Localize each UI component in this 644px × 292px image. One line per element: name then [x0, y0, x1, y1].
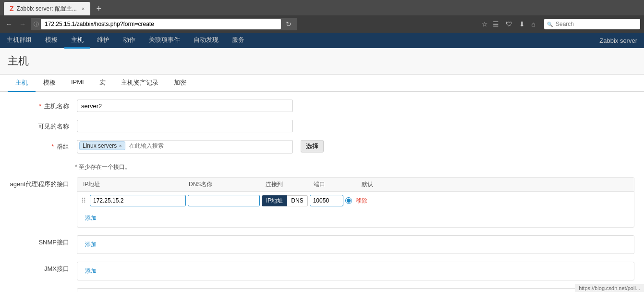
agent-interface-table: IP地址 DNS名你 连接到 端口 默认 ⠿ IP地址 DNS: [77, 177, 634, 228]
hostname-row: * 主机名称: [0, 100, 644, 112]
tab-host[interactable]: 主机: [8, 75, 36, 92]
visible-name-row: 可见的名称: [0, 120, 644, 132]
add-agent-container: 添加: [77, 209, 634, 227]
nav-left: 主机群组 模板 主机 维护 动作 关联项事件 自动发现 服务: [0, 33, 251, 49]
home-icon[interactable]: ⌂: [532, 20, 535, 28]
form-body: * 主机名称 可见的名称 * 群组: [0, 92, 644, 292]
download-icon[interactable]: ⬇: [519, 20, 525, 28]
connect-dns-button[interactable]: DNS: [287, 195, 307, 206]
nav-server-name: Zabbix server: [593, 37, 644, 44]
bookmark-icon[interactable]: ☆: [482, 20, 488, 28]
header-dns: DNS名你: [187, 179, 264, 190]
secure-icon: ⓘ: [34, 21, 39, 28]
tab-templates[interactable]: 模板: [36, 75, 63, 92]
group-row: * 群组 Linux servers × 选择: [0, 140, 644, 153]
group-field[interactable]: Linux servers ×: [77, 140, 293, 153]
header-connect: 连接到: [264, 179, 312, 190]
tab-title: Zabbix server: 配置主...: [17, 5, 77, 13]
nav-item-services[interactable]: 服务: [225, 33, 251, 49]
add-jmx-link[interactable]: 添加: [81, 265, 100, 277]
remove-agent-link[interactable]: 移除: [356, 197, 367, 205]
agent-ip-input[interactable]: [90, 195, 186, 206]
agent-dns-input[interactable]: [188, 195, 260, 206]
visible-name-label: 可见的名称: [10, 120, 77, 131]
browser-search-input[interactable]: [544, 19, 640, 29]
visible-name-input[interactable]: [77, 120, 293, 132]
page-tabs: 主机 模板 IPMI 宏 主机资产记录 加密: [0, 75, 644, 92]
add-ipmi-container: 添加: [77, 289, 634, 292]
nav-item-maintenance[interactable]: 维护: [90, 33, 116, 49]
tab-encryption[interactable]: 加密: [166, 75, 194, 92]
snmp-interface-table: 添加: [77, 235, 634, 254]
page-title: 主机: [8, 54, 636, 68]
new-tab-button[interactable]: +: [93, 4, 104, 14]
group-search-input[interactable]: [127, 141, 199, 150]
snmp-interface-row: SNMP接口 添加: [0, 235, 644, 254]
url-input[interactable]: [41, 19, 281, 29]
default-radio[interactable]: [345, 197, 352, 204]
interface-header: IP地址 DNS名你 连接到 端口 默认: [77, 178, 634, 192]
reader-icon[interactable]: ☰: [493, 20, 499, 28]
zabbix-navigation: 主机群组 模板 主机 维护 动作 关联项事件 自动发现 服务 Zabbix se…: [0, 33, 644, 48]
page-content: 主机 主机 模板 IPMI 宏 主机资产记录 加密 * 主机名称 可见的名称: [0, 48, 644, 292]
group-tag-linux-servers: Linux servers ×: [79, 141, 125, 150]
required-note: * 至少存在一个接口。: [0, 161, 644, 177]
add-agent-link[interactable]: 添加: [81, 212, 100, 224]
add-jmx-container: 添加: [77, 262, 634, 280]
agent-interface-data-row: ⠿ IP地址 DNS 移除: [77, 192, 634, 209]
header-port: 端口: [312, 179, 360, 190]
connect-ip-button[interactable]: IP地址: [262, 195, 287, 206]
hostname-label: * 主机名称: [10, 100, 77, 111]
tab-inventory[interactable]: 主机资产记录: [113, 75, 166, 92]
drag-handle[interactable]: ⠿: [81, 197, 86, 204]
back-button[interactable]: ←: [4, 19, 14, 29]
nav-item-discovery[interactable]: 自动发现: [187, 33, 225, 49]
jmx-interface-table: 添加: [77, 262, 634, 280]
page-header: 主机: [0, 48, 644, 75]
hostname-input[interactable]: [77, 100, 293, 112]
nav-item-hostgroups[interactable]: 主机群组: [0, 33, 38, 49]
group-tags: Linux servers ×: [77, 140, 292, 151]
tab-favicon: Z: [10, 5, 14, 13]
agent-interface-row: agent代理程序的接口 IP地址 DNS名你 连接到 端口 默认 ⠿ IP地址…: [0, 177, 644, 228]
agent-label: agent代理程序的接口: [10, 177, 77, 189]
ipmi-interface-table: 添加: [77, 288, 634, 292]
hostname-control: [77, 100, 634, 112]
shield-icon: 🛡: [506, 20, 512, 28]
nav-item-actions[interactable]: 动作: [116, 33, 142, 49]
jmx-interface-row: JMX接口 添加: [0, 262, 644, 280]
connect-toggle: IP地址 DNS: [262, 195, 308, 206]
nav-item-events[interactable]: 关联项事件: [142, 33, 187, 49]
tab-ipmi[interactable]: IPMI: [63, 75, 92, 92]
add-snmp-container: 添加: [77, 236, 634, 254]
snmp-label: SNMP接口: [10, 235, 77, 247]
ipmi-interface-row: IPMI接口 添加: [0, 288, 644, 292]
select-group-button[interactable]: 选择: [301, 140, 324, 152]
ipmi-label: IPMI接口: [10, 288, 77, 292]
nav-item-templates[interactable]: 模板: [38, 33, 64, 49]
group-label: * 群组: [10, 140, 77, 151]
nav-item-hosts[interactable]: 主机: [64, 33, 90, 49]
agent-port-input[interactable]: [310, 195, 343, 206]
header-default: 默认: [360, 179, 389, 190]
group-tag-remove[interactable]: ×: [119, 143, 122, 149]
forward-button[interactable]: →: [17, 19, 28, 29]
group-control: Linux servers × 选择: [77, 140, 634, 153]
browser-tab[interactable]: Z Zabbix server: 配置主... ×: [4, 2, 90, 15]
header-ip: IP地址: [81, 179, 187, 190]
add-snmp-link[interactable]: 添加: [81, 239, 100, 251]
tab-macros[interactable]: 宏: [92, 75, 113, 92]
status-bar: https://blog.csdn.net/poli...: [575, 284, 644, 292]
jmx-label: JMX接口: [10, 262, 77, 273]
reload-button[interactable]: ↻: [283, 19, 294, 29]
group-tag-label: Linux servers: [83, 142, 117, 149]
tab-close-button[interactable]: ×: [82, 6, 85, 12]
visible-name-control: [77, 120, 634, 132]
required-mark: *: [39, 102, 41, 110]
group-required-mark: *: [51, 143, 54, 150]
